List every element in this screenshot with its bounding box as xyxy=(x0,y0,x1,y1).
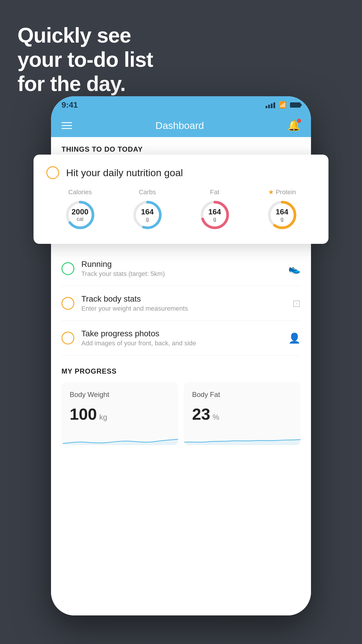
calories-donut: 2000 cal xyxy=(64,199,96,231)
status-bar: 9:41 📶 xyxy=(51,96,311,114)
fat-unit: g xyxy=(213,216,216,222)
stat-fat: Fat 164 g xyxy=(199,188,231,231)
star-icon: ★ xyxy=(268,188,274,196)
progress-cards: Body Weight 100 kg Body Fat xyxy=(61,382,301,445)
todo-subtitle-photos: Add images of your front, back, and side xyxy=(81,340,281,347)
nutrition-checkbox[interactable] xyxy=(46,166,59,179)
status-time: 9:41 xyxy=(61,100,78,110)
scale-icon: ⊡ xyxy=(292,298,301,309)
calories-unit: cal xyxy=(77,216,83,222)
running-icon: 👟 xyxy=(288,263,301,274)
todo-subtitle-body-stats: Enter your weight and measurements xyxy=(81,305,285,312)
fat-donut: 164 g xyxy=(199,199,231,231)
app-header: Dashboard 🔔 xyxy=(51,114,311,137)
todo-item-running[interactable]: Running Track your stats (target: 5km) 👟 xyxy=(61,251,301,286)
protein-donut: 164 g xyxy=(266,199,298,231)
body-weight-title: Body Weight xyxy=(70,391,170,399)
carbs-donut: 164 g xyxy=(131,199,164,231)
status-icons: 📶 xyxy=(266,101,301,109)
hamburger-line xyxy=(61,128,72,129)
hamburger-line xyxy=(61,122,72,123)
body-weight-chart xyxy=(61,430,178,445)
progress-section-title: MY PROGRESS xyxy=(61,367,301,375)
stat-protein: ★ Protein 164 g xyxy=(266,188,298,231)
todo-title-photos: Take progress photos xyxy=(81,329,281,338)
todo-title-running: Running xyxy=(81,260,281,269)
todo-list: Running Track your stats (target: 5km) 👟… xyxy=(51,251,311,356)
body-fat-card[interactable]: Body Fat 23 % xyxy=(184,382,301,445)
todo-item-photos[interactable]: Take progress photos Add images of your … xyxy=(61,321,301,356)
protein-unit: g xyxy=(280,216,283,222)
stat-calories: Calories 2000 cal xyxy=(64,188,96,231)
headline: Quickly see your to-do list for the day. xyxy=(17,23,153,96)
fat-value: 164 xyxy=(208,208,221,216)
body-weight-unit: kg xyxy=(99,413,107,422)
todo-item-body-stats[interactable]: Track body stats Enter your weight and m… xyxy=(61,286,301,321)
wifi-icon: 📶 xyxy=(279,101,287,109)
progress-section: MY PROGRESS Body Weight 100 kg xyxy=(51,356,311,445)
header-title: Dashboard xyxy=(155,120,204,131)
hamburger-menu-button[interactable] xyxy=(61,122,72,129)
signal-bars-icon xyxy=(266,102,275,108)
notification-dot xyxy=(297,119,301,123)
person-icon: 👤 xyxy=(288,332,301,344)
hamburger-line xyxy=(61,125,72,126)
stat-label-fat: Fat xyxy=(210,188,219,196)
calories-value: 2000 xyxy=(72,208,89,216)
todo-subtitle-running: Track your stats (target: 5km) xyxy=(81,270,281,278)
carbs-value: 164 xyxy=(141,208,154,216)
body-weight-value: 100 xyxy=(70,405,97,424)
stat-carbs: Carbs 164 g xyxy=(131,188,164,231)
todo-checkbox-running[interactable] xyxy=(61,262,74,275)
nutrition-stats: Calories 2000 cal Carbs xyxy=(46,188,316,231)
body-weight-card[interactable]: Body Weight 100 kg xyxy=(61,382,178,445)
nutrition-card: Hit your daily nutrition goal Calories 2… xyxy=(34,155,328,244)
carbs-unit: g xyxy=(146,216,149,222)
stat-label-protein: ★ Protein xyxy=(268,188,296,196)
todo-checkbox-body-stats[interactable] xyxy=(61,297,74,310)
body-fat-value: 23 xyxy=(192,405,210,424)
stat-label-calories: Calories xyxy=(68,188,92,196)
todo-title-body-stats: Track body stats xyxy=(81,294,285,304)
body-fat-title: Body Fat xyxy=(192,391,292,399)
nutrition-card-title: Hit your daily nutrition goal xyxy=(66,167,183,178)
stat-label-carbs: Carbs xyxy=(139,188,156,196)
protein-value: 164 xyxy=(276,208,288,216)
battery-icon xyxy=(290,102,301,108)
body-fat-unit: % xyxy=(212,413,219,422)
todo-checkbox-photos[interactable] xyxy=(61,332,74,344)
body-fat-chart xyxy=(184,430,301,445)
notification-bell-button[interactable]: 🔔 xyxy=(287,119,301,132)
